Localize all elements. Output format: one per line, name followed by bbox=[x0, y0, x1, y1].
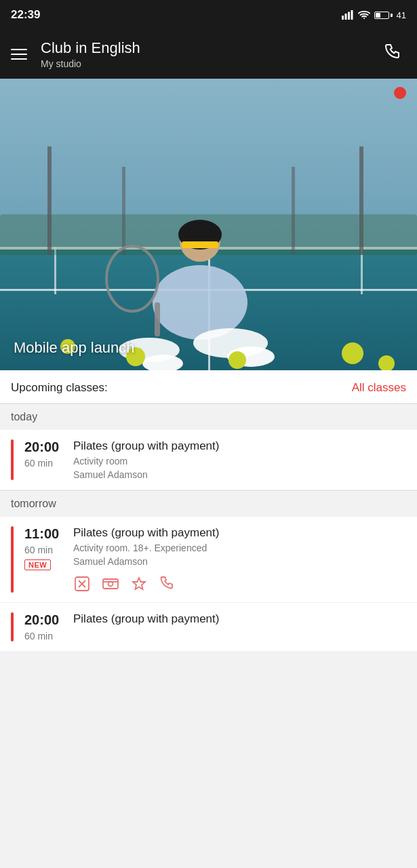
new-badge: NEW bbox=[24, 559, 51, 570]
status-time: 22:39 bbox=[11, 8, 40, 22]
class-info: Pilates (group with payment) Activity ro… bbox=[73, 439, 406, 480]
status-bar: 22:39 41 bbox=[0, 0, 417, 30]
svg-rect-35 bbox=[103, 579, 118, 589]
class-card: 20:00 60 min Pilates (group with payment… bbox=[0, 603, 417, 652]
wifi-icon bbox=[358, 10, 370, 20]
class-time: 20:00 bbox=[24, 612, 59, 628]
call-icon[interactable] bbox=[159, 575, 176, 593]
hero-notification-dot bbox=[394, 87, 406, 99]
class-room: Activity room bbox=[73, 456, 406, 467]
class-time: 11:00 bbox=[24, 526, 59, 542]
status-icons: 41 bbox=[342, 10, 406, 20]
phone-button[interactable] bbox=[380, 39, 406, 70]
svg-point-4 bbox=[363, 18, 365, 19]
app-title: Club in English bbox=[41, 39, 370, 57]
hero-label: Mobile app launch bbox=[14, 339, 135, 357]
class-card: 11:00 60 min NEW Pilates (group with pay… bbox=[0, 517, 417, 603]
svg-rect-16 bbox=[292, 167, 295, 255]
class-accent-bar bbox=[11, 612, 14, 642]
class-room: Activity room. 18+. Experienced bbox=[73, 542, 406, 553]
bookmark-icon[interactable] bbox=[130, 575, 148, 593]
class-name[interactable]: Pilates (group with payment) bbox=[73, 526, 406, 540]
class-instructor: Samuel Adamson bbox=[73, 469, 406, 480]
hero-banner: Mobile app launch bbox=[0, 79, 417, 370]
day-label-today: today bbox=[0, 403, 417, 430]
class-duration: 60 min bbox=[24, 545, 53, 555]
svg-rect-3 bbox=[351, 10, 353, 20]
class-instructor: Samuel Adamson bbox=[73, 556, 406, 567]
all-classes-link[interactable]: All classes bbox=[352, 381, 406, 395]
day-label-tomorrow: tomorrow bbox=[0, 490, 417, 517]
svg-rect-15 bbox=[122, 167, 125, 255]
class-actions bbox=[73, 575, 406, 593]
class-name[interactable]: Pilates (group with payment) bbox=[73, 612, 406, 626]
class-duration: 60 min bbox=[24, 631, 53, 642]
app-bar: Club in English My studio bbox=[0, 30, 417, 79]
menu-icon[interactable] bbox=[11, 49, 30, 60]
class-info: Pilates (group with payment) Activity ro… bbox=[73, 526, 406, 593]
svg-rect-2 bbox=[348, 12, 350, 20]
signal-icon bbox=[342, 10, 354, 20]
payment-icon[interactable] bbox=[102, 575, 119, 593]
svg-rect-1 bbox=[344, 14, 346, 20]
upcoming-label: Upcoming classes: bbox=[11, 381, 108, 395]
class-time: 20:00 bbox=[24, 439, 59, 455]
class-duration: 60 min bbox=[24, 458, 53, 469]
upcoming-section-header: Upcoming classes: All classes bbox=[0, 370, 417, 403]
svg-point-29 bbox=[342, 342, 363, 364]
class-time-block: 11:00 60 min NEW bbox=[24, 526, 73, 593]
svg-rect-20 bbox=[182, 241, 218, 248]
class-time-block: 20:00 60 min bbox=[24, 612, 73, 642]
svg-rect-26 bbox=[155, 302, 160, 336]
class-info: Pilates (group with payment) bbox=[73, 612, 406, 642]
app-subtitle: My studio bbox=[41, 58, 370, 69]
class-accent-bar bbox=[11, 439, 14, 480]
svg-point-28 bbox=[229, 351, 246, 369]
cancel-booking-icon[interactable] bbox=[73, 575, 91, 593]
battery-icon bbox=[374, 12, 393, 19]
svg-rect-13 bbox=[47, 146, 52, 255]
app-bar-title-block: Club in English My studio bbox=[41, 39, 370, 69]
class-accent-bar bbox=[11, 526, 14, 593]
class-time-block: 20:00 60 min bbox=[24, 439, 73, 480]
class-card: 20:00 60 min Pilates (group with payment… bbox=[0, 430, 417, 490]
hero-image bbox=[0, 79, 417, 370]
class-name[interactable]: Pilates (group with payment) bbox=[73, 439, 406, 453]
svg-rect-14 bbox=[359, 146, 363, 255]
battery-level: 41 bbox=[397, 10, 406, 20]
svg-rect-0 bbox=[342, 16, 344, 20]
